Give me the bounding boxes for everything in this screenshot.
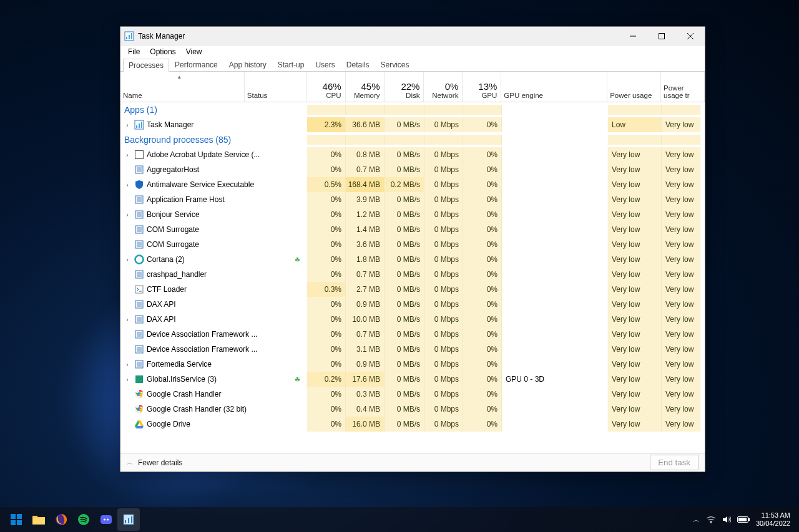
taskbar[interactable]: ︿ 11:53 AM 30/04/2022: [0, 507, 799, 532]
minimize-button[interactable]: [619, 27, 647, 46]
cell-gpu: 0%: [463, 147, 502, 162]
file-explorer-icon[interactable]: [27, 508, 50, 531]
footer: ︿ Fewer details End task: [120, 453, 705, 472]
svg-point-56: [710, 522, 712, 523]
tray-chevron-icon[interactable]: ︿: [693, 515, 700, 525]
process-row[interactable]: Google Crash Handler0%0.3 MB0 MB/s0 Mbps…: [120, 387, 705, 402]
process-name: Adobe Acrobat Update Service (...: [147, 150, 260, 159]
menu-item-view[interactable]: View: [181, 46, 207, 57]
svg-rect-2: [129, 35, 130, 39]
wifi-icon[interactable]: [706, 516, 716, 523]
tab-users[interactable]: Users: [310, 58, 340, 71]
process-list[interactable]: Apps (1)›Task Manager2.3%36.6 MB0 MB/s0 …: [120, 102, 705, 453]
header-power-trend[interactable]: Power usage tr: [661, 72, 705, 102]
tab-processes[interactable]: Processes: [123, 59, 169, 72]
header-cpu[interactable]: 46%CPU: [307, 72, 346, 102]
menu-item-file[interactable]: File: [123, 46, 145, 57]
process-name: Application Frame Host: [147, 195, 225, 204]
process-row[interactable]: AggregatorHost0%0.7 MB0 MB/s0 Mbps0%Very…: [120, 162, 705, 177]
expand-icon[interactable]: ›: [123, 256, 132, 263]
clock[interactable]: 11:53 AM 30/04/2022: [756, 511, 794, 528]
process-row[interactable]: Google Drive0%16.0 MB0 MB/s0 Mbps0%Very …: [120, 417, 705, 432]
firefox-icon[interactable]: [50, 508, 72, 531]
cell-gpu: 0%: [463, 237, 502, 252]
cell-power: Very low: [608, 162, 662, 177]
process-row[interactable]: ›DAX API0%10.0 MB0 MB/s0 Mbps0%Very lowV…: [120, 312, 705, 327]
process-row[interactable]: ›Fortemedia Service0%0.9 MB0 MB/s0 Mbps0…: [120, 357, 705, 372]
process-row[interactable]: CTF Loader0.3%2.7 MB0 MB/s0 Mbps0%Very l…: [120, 282, 705, 297]
process-row[interactable]: ›Cortana (2)☘0%1.8 MB0 MB/s0 Mbps0%Very …: [120, 252, 705, 267]
cell-gpu-engine: [502, 147, 608, 162]
task-manager-taskbar-icon[interactable]: [117, 508, 140, 531]
titlebar[interactable]: Task Manager: [120, 27, 705, 46]
cell-network: 0 Mbps: [424, 117, 463, 132]
cell-power-trend: Very low: [662, 267, 700, 282]
svg-rect-3: [131, 33, 132, 39]
close-button[interactable]: [676, 27, 705, 46]
process-icon: [134, 225, 144, 235]
svg-rect-44: [11, 520, 16, 525]
svg-rect-28: [137, 302, 142, 307]
discord-icon[interactable]: [95, 508, 117, 531]
svg-rect-16: [137, 197, 142, 202]
spotify-icon[interactable]: [72, 508, 95, 531]
tab-details[interactable]: Details: [341, 58, 375, 71]
system-tray[interactable]: ︿ 11:53 AM 30/04/2022: [693, 511, 794, 528]
cell-memory: 1.8 MB: [346, 252, 385, 267]
expand-icon[interactable]: ›: [123, 316, 132, 323]
tab-app-history[interactable]: App history: [223, 58, 272, 71]
menu-item-options[interactable]: Options: [145, 46, 180, 57]
cell-gpu: 0%: [463, 357, 502, 372]
process-row[interactable]: ›Task Manager2.3%36.6 MB0 MB/s0 Mbps0%Lo…: [120, 117, 705, 132]
svg-rect-32: [137, 332, 142, 337]
svg-rect-37: [135, 375, 143, 383]
expand-icon[interactable]: ›: [123, 376, 132, 383]
expand-icon[interactable]: ›: [123, 211, 132, 218]
process-row[interactable]: Google Crash Handler (32 bit)0%0.4 MB0 M…: [120, 402, 705, 417]
process-row[interactable]: Device Association Framework ...0%3.1 MB…: [120, 342, 705, 357]
process-row[interactable]: DAX API0%0.9 MB0 MB/s0 Mbps0%Very lowVer…: [120, 297, 705, 312]
process-row[interactable]: ›Bonjour Service0%1.2 MB0 MB/s0 Mbps0%Ve…: [120, 207, 705, 222]
process-row[interactable]: Application Frame Host0%3.9 MB0 MB/s0 Mb…: [120, 192, 705, 207]
fewer-details-link[interactable]: Fewer details: [138, 458, 182, 467]
end-task-button[interactable]: End task: [650, 455, 699, 470]
process-row[interactable]: ›Antimalware Service Executable0.5%168.4…: [120, 177, 705, 192]
cell-power: Very low: [608, 147, 662, 162]
header-network[interactable]: 0%Network: [424, 72, 463, 102]
tab-services[interactable]: Services: [375, 58, 414, 71]
chevron-up-icon[interactable]: ︿: [127, 458, 133, 467]
cell-cpu: 0%: [307, 207, 346, 222]
cell-gpu-engine: [502, 357, 608, 372]
tab-start-up[interactable]: Start-up: [272, 58, 310, 71]
header-gpu[interactable]: 13%GPU: [463, 72, 501, 102]
maximize-button[interactable]: [647, 27, 676, 46]
process-row[interactable]: ›Global.IrisService (3)☘0.2%17.6 MB0 MB/…: [120, 372, 705, 387]
cell-network: 0 Mbps: [424, 252, 463, 267]
process-row[interactable]: COM Surrogate0%3.6 MB0 MB/s0 Mbps0%Very …: [120, 237, 705, 252]
start-button[interactable]: [5, 508, 27, 531]
process-name: Device Association Framework ...: [147, 345, 257, 354]
process-row[interactable]: COM Surrogate0%1.4 MB0 MB/s0 Mbps0%Very …: [120, 222, 705, 237]
cell-gpu-engine: [502, 192, 608, 207]
cell-gpu: 0%: [463, 402, 502, 417]
process-row[interactable]: Device Association Framework ...0%0.7 MB…: [120, 327, 705, 342]
header-name[interactable]: Name: [120, 72, 245, 102]
group-header[interactable]: Background processes (85): [120, 132, 705, 147]
cell-disk: 0 MB/s: [385, 372, 424, 387]
process-row[interactable]: crashpad_handler0%0.7 MB0 MB/s0 Mbps0%Ve…: [120, 267, 705, 282]
header-status[interactable]: Status: [245, 72, 307, 102]
volume-icon[interactable]: [722, 515, 731, 524]
expand-icon[interactable]: ›: [123, 122, 132, 128]
tab-performance[interactable]: Performance: [169, 58, 223, 71]
header-disk[interactable]: 22%Disk: [385, 72, 424, 102]
header-gpu-engine[interactable]: GPU engine: [501, 72, 607, 102]
header-memory[interactable]: 45%Memory: [346, 72, 385, 102]
cell-power-trend: Very low: [662, 387, 700, 402]
expand-icon[interactable]: ›: [123, 181, 132, 188]
battery-icon[interactable]: [737, 516, 750, 523]
expand-icon[interactable]: ›: [123, 361, 132, 368]
expand-icon[interactable]: ›: [123, 152, 132, 158]
process-row[interactable]: ›Adobe Acrobat Update Service (...0%0.8 …: [120, 147, 705, 162]
header-power[interactable]: Power usage: [607, 72, 661, 102]
group-header[interactable]: Apps (1): [120, 102, 705, 117]
